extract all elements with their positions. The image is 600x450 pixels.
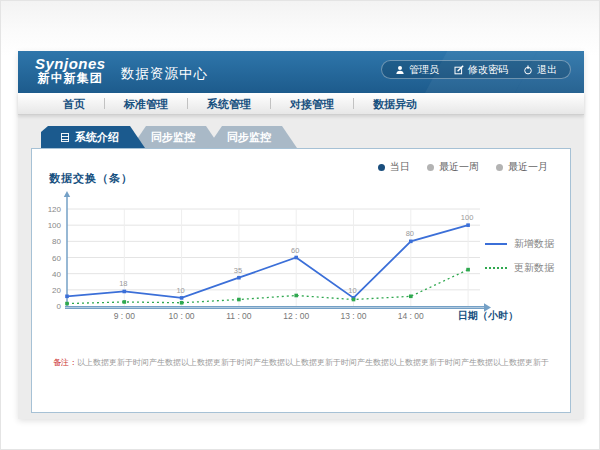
user-menu: 管理员 修改密码 退出 [381, 60, 571, 79]
app-title: 数据资源中心 [121, 65, 208, 83]
svg-text:120: 120 [48, 205, 62, 214]
radio-last-month[interactable]: 最近一月 [496, 160, 548, 174]
svg-text:60: 60 [52, 254, 61, 263]
logout-button[interactable]: 退出 [523, 63, 557, 77]
footer-note-text: 以上数据更新于时间产生数据以上数据更新于时间产生数据以上数据更新于时间产生数据以… [77, 358, 549, 367]
svg-text:80: 80 [406, 229, 414, 238]
svg-text:100: 100 [48, 221, 62, 230]
svg-text:0: 0 [57, 302, 62, 311]
tab-label: 同步监控 [151, 131, 195, 143]
svg-text:12 : 00: 12 : 00 [283, 311, 309, 321]
logout-label: 退出 [537, 63, 557, 77]
user-menu-admin-label: 管理员 [409, 63, 439, 77]
svg-text:20: 20 [52, 286, 61, 295]
main-nav: 首页 标准管理 系统管理 对接管理 数据异动 [18, 93, 584, 115]
app-window: Synjones 新中新集团 数据资源中心 管理员 修改密码 退出 [18, 51, 584, 419]
svg-text:11 : 00: 11 : 00 [226, 311, 252, 321]
chart-legend: 新增数据 更新数据 [485, 237, 554, 285]
user-icon [395, 65, 405, 75]
radio-dot [496, 164, 503, 171]
svg-text:13 : 00: 13 : 00 [341, 311, 367, 321]
legend-line-solid-icon [485, 243, 507, 245]
tab-bar: 系统介绍 同步监控 同步监控 [41, 126, 571, 148]
nav-item-system-mgmt[interactable]: 系统管理 [188, 93, 270, 115]
tab-system-intro[interactable]: 系统介绍 [41, 126, 145, 148]
nav-item-data-change[interactable]: 数据异动 [354, 93, 436, 115]
radio-dot [378, 164, 385, 171]
tab-sync-monitor-2[interactable]: 同步监控 [207, 126, 297, 148]
page-background: Synjones 新中新集团 数据资源中心 管理员 修改密码 退出 [0, 0, 600, 450]
svg-text:10: 10 [348, 286, 356, 295]
svg-text:14 : 00: 14 : 00 [398, 311, 424, 321]
document-icon [61, 133, 69, 142]
svg-text:10 : 00: 10 : 00 [169, 311, 195, 321]
radio-last-week-label: 最近一周 [439, 160, 479, 174]
change-password-label: 修改密码 [468, 63, 508, 77]
chart-y-axis-title: 数据交换（条） [49, 171, 133, 186]
radio-today-label: 当日 [390, 160, 410, 174]
logo-brand: Synjones [35, 55, 106, 72]
svg-text:9 : 00: 9 : 00 [114, 311, 136, 321]
content-area: 系统介绍 同步监控 同步监控 当日 最近一周 最近一月 [18, 115, 584, 419]
radio-dot [427, 164, 434, 171]
footer-note: 备注：以上数据更新于时间产生数据以上数据更新于时间产生数据以上数据更新于时间产生… [32, 357, 570, 368]
svg-text:100: 100 [461, 213, 474, 222]
svg-text:40: 40 [52, 270, 61, 279]
footer-note-label: 备注： [53, 358, 77, 367]
tab-sync-monitor-1[interactable]: 同步监控 [131, 126, 221, 148]
svg-text:日期（小时）: 日期（小时） [458, 310, 518, 321]
tab-label: 同步监控 [227, 131, 271, 143]
nav-item-interface-mgmt[interactable]: 对接管理 [271, 93, 353, 115]
legend-item-new-data[interactable]: 新增数据 [485, 237, 554, 251]
legend-label: 更新数据 [514, 261, 554, 275]
svg-text:10: 10 [176, 286, 184, 295]
power-icon [523, 65, 533, 75]
app-header: Synjones 新中新集团 数据资源中心 管理员 修改密码 退出 [18, 51, 584, 93]
nav-item-standard-mgmt[interactable]: 标准管理 [105, 93, 187, 115]
edit-icon [454, 65, 464, 75]
nav-item-home[interactable]: 首页 [44, 93, 104, 115]
time-range-filter: 当日 最近一周 最近一月 [378, 160, 548, 174]
svg-text:18: 18 [119, 279, 127, 288]
legend-label: 新增数据 [514, 237, 554, 251]
legend-line-dotted-icon [485, 267, 507, 269]
change-password-button[interactable]: 修改密码 [454, 63, 508, 77]
svg-text:35: 35 [234, 266, 242, 275]
radio-last-week[interactable]: 最近一周 [427, 160, 479, 174]
chart-panel: 当日 最近一周 最近一月 数据交换（条） 0204060801001209 : … [31, 148, 571, 413]
radio-today[interactable]: 当日 [378, 160, 410, 174]
user-menu-admin[interactable]: 管理员 [395, 63, 439, 77]
tab-label: 系统介绍 [75, 131, 119, 143]
legend-item-update-data[interactable]: 更新数据 [485, 261, 554, 275]
svg-text:80: 80 [52, 237, 61, 246]
svg-text:60: 60 [291, 246, 299, 255]
logo-company: 新中新集团 [35, 72, 106, 86]
logo: Synjones 新中新集团 [35, 55, 106, 86]
radio-last-month-label: 最近一月 [508, 160, 548, 174]
